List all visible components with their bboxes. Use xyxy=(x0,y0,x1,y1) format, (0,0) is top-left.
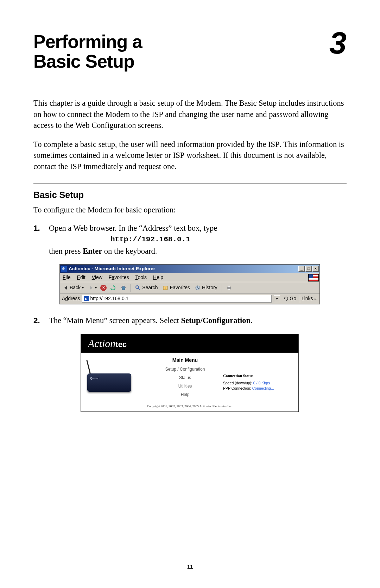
stop-button[interactable]: ✕ xyxy=(100,285,107,291)
step-1-url: http://192.168.0.1 xyxy=(49,234,347,245)
step-2: The “Main Menu” screen appears. Select S… xyxy=(33,315,347,412)
go-icon xyxy=(284,296,289,301)
speed-value: 0 / 0 Kbps xyxy=(253,381,270,385)
intro-paragraph-1: This chapter is a guide through a basic … xyxy=(33,98,347,131)
menu-favorites[interactable]: Favorites xyxy=(109,274,129,281)
menu-help[interactable]: Help xyxy=(153,274,163,281)
back-arrow-icon xyxy=(63,285,68,290)
ie-app-icon xyxy=(61,266,67,272)
ie-menubar: File Edit View Favorites Tools Help xyxy=(60,273,319,282)
search-button[interactable]: Search xyxy=(134,284,159,292)
chapter-title-line1: Performing a xyxy=(33,31,142,52)
chapter-number: 3 xyxy=(329,29,347,57)
address-input[interactable]: http://192.168.0.1 xyxy=(82,295,272,303)
intro-paragraph-2: To complete a basic setup, the user will… xyxy=(33,139,347,172)
menu-utilities[interactable]: Utilities xyxy=(150,383,220,389)
ie-window: Actiontec - Microsoft Internet Explorer … xyxy=(59,264,320,304)
speed-label: Speed (down/up): xyxy=(223,381,253,385)
forward-button[interactable]: ▾ xyxy=(87,285,98,291)
refresh-icon xyxy=(110,285,116,291)
close-button[interactable]: × xyxy=(312,266,319,272)
menu-status[interactable]: Status xyxy=(150,375,220,381)
main-menu-title: Main Menu xyxy=(150,357,220,364)
ppp-value: Connecting... xyxy=(252,386,274,390)
svg-rect-5 xyxy=(228,286,230,287)
ppp-label: PPP Connection: xyxy=(223,386,252,390)
ie-addressbar: Address http://192.168.0.1 ▼ Go Links » xyxy=(60,293,319,304)
print-button[interactable] xyxy=(225,284,233,291)
history-button[interactable]: History xyxy=(194,284,219,292)
connection-status-panel: Connection Status Speed (down/up): 0 / 0… xyxy=(223,357,296,400)
favorites-button[interactable]: Favorites xyxy=(161,284,191,292)
search-icon xyxy=(135,285,141,291)
ie-throbber-icon xyxy=(308,274,319,281)
svg-rect-6 xyxy=(228,289,230,290)
ie-titlebar: Actiontec - Microsoft Internet Explorer … xyxy=(60,265,319,273)
go-button[interactable]: Go xyxy=(282,295,298,302)
ie-toolbar: Back ▾ ▾ ✕ Search xyxy=(60,282,319,293)
svg-line-1 xyxy=(138,288,140,290)
ie-title-text: Actiontec - Microsoft Internet Explorer xyxy=(69,266,155,272)
modem-image: Qwest xyxy=(84,360,133,393)
menu-file[interactable]: File xyxy=(63,274,71,281)
actiontec-window: Actiontec Qwest Main Menu Setup / Config… xyxy=(81,334,299,412)
refresh-button[interactable] xyxy=(109,284,117,291)
actiontec-logo: Actiontec xyxy=(88,336,127,351)
home-icon xyxy=(121,285,126,291)
step-1: Open a Web browser. In the “Address” tex… xyxy=(33,223,347,304)
maximize-button[interactable]: □ xyxy=(305,266,312,272)
page-icon xyxy=(84,296,89,301)
forward-arrow-icon xyxy=(89,285,94,290)
section-divider xyxy=(33,183,347,184)
chapter-title: Performing a Basic Setup xyxy=(33,32,142,71)
page-number: 11 xyxy=(0,564,380,570)
actiontec-header: Actiontec xyxy=(81,334,298,353)
back-button[interactable]: Back ▾ xyxy=(62,284,85,292)
menu-setup-configuration[interactable]: Setup / Configuration xyxy=(150,366,220,372)
actiontec-copyright: Copyright 2001, 2002, 2003, 2004, 2005 A… xyxy=(84,403,296,409)
connection-status-heading: Connection Status xyxy=(223,373,296,378)
main-menu-list: Main Menu Setup / Configuration Status U… xyxy=(150,357,220,400)
print-icon xyxy=(226,285,232,291)
minimize-button[interactable]: _ xyxy=(298,266,305,272)
menu-help[interactable]: Help xyxy=(150,392,220,398)
menu-view[interactable]: View xyxy=(92,274,102,281)
address-value: http://192.168.0.1 xyxy=(90,295,128,302)
favorites-icon xyxy=(163,285,168,291)
links-button[interactable]: Links » xyxy=(300,295,318,303)
address-dropdown[interactable]: ▼ xyxy=(274,295,280,302)
svg-point-0 xyxy=(136,286,139,289)
menu-tools[interactable]: Tools xyxy=(135,274,147,281)
menu-edit[interactable]: Edit xyxy=(77,274,86,281)
address-label: Address xyxy=(62,295,80,302)
chapter-title-line2: Basic Setup xyxy=(33,51,134,72)
section-intro: To configure the Modem for basic operati… xyxy=(33,204,347,216)
home-button[interactable] xyxy=(119,284,128,291)
history-icon xyxy=(195,285,201,291)
modem-brand-label: Qwest xyxy=(90,376,99,380)
section-heading: Basic Setup xyxy=(33,190,347,200)
